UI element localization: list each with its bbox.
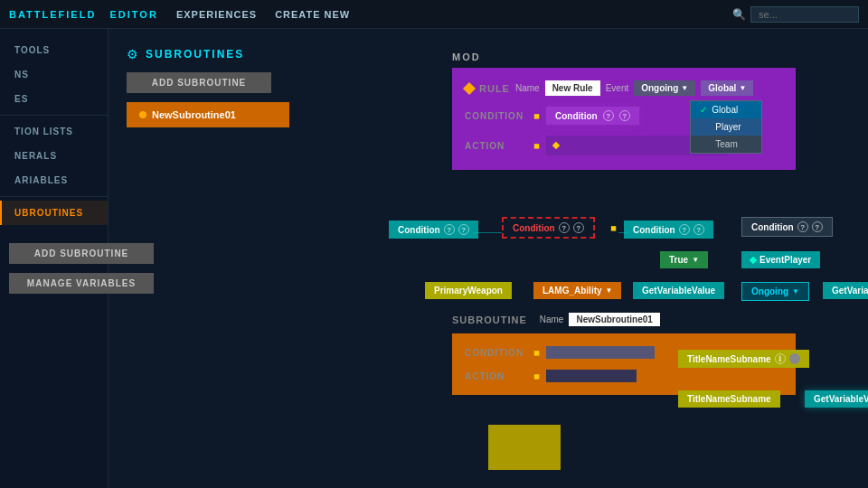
title-sub1-dot [789, 353, 800, 364]
panel-title: SUBROUTINES [146, 48, 244, 61]
condition-node-4[interactable]: Condition ? ? [741, 217, 833, 237]
global-dropdown-container: Global ▼ ✓ Global Player [701, 80, 753, 96]
subroutines-panel: ⚙ SUBROUTINES ADD SUBROUTINE NewSubrouti… [127, 47, 326, 127]
get-var-node-3[interactable]: GetVariableValue [805, 390, 868, 408]
true-arrow-icon: ▼ [692, 256, 699, 264]
sidebar-item-es[interactable]: ES [0, 87, 108, 111]
workspace: MOD RULE Name New Rule Event Ongoing ▼ [335, 38, 868, 488]
sidebar: TOOLS NS ES TION LISTS NERALS ARIABLES U… [0, 29, 108, 488]
subroutine-dot [139, 111, 146, 118]
global-option-team[interactable]: Team [691, 136, 761, 153]
ongoing-node-1[interactable]: Ongoing ▼ [741, 282, 809, 301]
search-icon: 🔍 [732, 8, 746, 21]
info-icon-2: ? [619, 110, 630, 121]
action-label: ACTION [465, 141, 528, 151]
info-c4-2: ? [812, 221, 823, 232]
ongoing1-arrow-icon: ▼ [792, 287, 799, 296]
title-sub-node-1[interactable]: TitleNameSubname ℹ [678, 350, 809, 368]
global-option-global[interactable]: ✓ Global [691, 101, 761, 118]
app-logo: BATTLEFIELD EDITOR [9, 9, 158, 20]
connector-line-1 [475, 232, 502, 233]
sub-header: SUBROUTINE Name NewSubroutine01 [452, 309, 796, 330]
sidebar-item-ariables[interactable]: ARIABLES [0, 168, 108, 192]
global-option-player[interactable]: Player [691, 118, 761, 136]
mod-label: MOD [452, 52, 796, 62]
add-subroutine-panel-btn[interactable]: ADD SUBROUTINE [127, 72, 271, 93]
mod-block: MOD RULE Name New Rule Event Ongoing ▼ [452, 52, 796, 170]
condition-node-3[interactable]: Condition ? ? [624, 221, 713, 239]
sidebar-item-tion-lists[interactable]: TION LISTS [0, 119, 108, 144]
search-area: 🔍 [732, 6, 859, 23]
title-sub1-info: ℹ [775, 353, 786, 364]
sub-condition-bar [546, 346, 655, 359]
check-icon: ✓ [700, 105, 707, 115]
nav-create-new[interactable]: CREATE NEW [275, 9, 350, 20]
sidebar-item-nerals[interactable]: NERALS [0, 144, 108, 168]
info-c1-2: ? [458, 224, 469, 235]
info-c4-1: ? [797, 221, 808, 232]
nav-experiences[interactable]: EXPERIENCES [176, 9, 257, 20]
add-subroutine-sidebar-btn[interactable]: ADD SUBROUTINE [9, 243, 154, 264]
global-arrow-icon: ▼ [739, 84, 746, 92]
info-c2-1: ? [559, 222, 570, 233]
primary-weapon-node[interactable]: PrimaryWeapon [425, 282, 512, 299]
info-c2-2: ? [573, 222, 584, 233]
info-c3-2: ? [693, 224, 704, 235]
info-icon-1: ? [603, 110, 614, 121]
subroutine-item[interactable]: NewSubroutine01 [127, 102, 289, 127]
sub-label-text: SUBROUTINE [452, 314, 527, 325]
sidebar-item-ns[interactable]: NS [0, 62, 108, 87]
sidebar-item-tools[interactable]: TOOLS [0, 38, 108, 62]
info-c1-1: ? [444, 224, 455, 235]
dropdown-arrow-icon: ▼ [681, 84, 688, 92]
event-player-dot [750, 256, 757, 263]
action-dot [552, 142, 560, 149]
sidebar-item-ubroutines[interactable]: UBROUTINES [0, 201, 108, 225]
panel-header: ⚙ SUBROUTINES [127, 47, 326, 61]
lamg-arrow-icon: ▼ [606, 286, 613, 295]
condition-pill[interactable]: Condition ? ? [546, 107, 639, 125]
rule-name-input[interactable]: New Rule [545, 80, 600, 96]
action-connector-icon: ◆ [531, 139, 542, 151]
event-player-node[interactable]: EventPlayer [741, 251, 820, 268]
search-input[interactable] [750, 6, 859, 23]
condition-label: CONDITION [465, 111, 528, 121]
subroutine-name: NewSubroutine01 [152, 109, 236, 120]
yellow-bottom-block [488, 425, 561, 470]
condition-node-2[interactable]: Condition ? ? [502, 217, 595, 239]
manage-variables-btn[interactable]: MANAGE VARIABLES [9, 273, 154, 294]
sub-action-label: ACTION [465, 371, 528, 381]
canvas-area: ⚙ SUBROUTINES ADD SUBROUTINE NewSubrouti… [108, 29, 868, 488]
sub-name-label: Name [540, 314, 564, 324]
condition-node-1[interactable]: Condition ? ? [389, 221, 478, 239]
name-label: Name [515, 83, 540, 93]
sub-action-bar [546, 370, 637, 382]
global-dropdown-btn[interactable]: Global ▼ [701, 80, 753, 96]
get-var-node-1[interactable]: GetVariableValue [633, 282, 724, 299]
true-btn-node[interactable]: True ▼ [660, 251, 708, 268]
global-dropdown-menu: ✓ Global Player Team [690, 100, 762, 154]
lamg-node[interactable]: LAMG_Ability ▼ [533, 282, 621, 299]
event-dropdown[interactable]: Ongoing ▼ [634, 80, 695, 96]
rule-diamond [463, 81, 476, 94]
rule-row: RULE Name New Rule Event Ongoing ▼ Globa… [465, 77, 783, 99]
subroutines-icon: ⚙ [127, 47, 138, 61]
sub-condition-label: CONDITION [465, 348, 528, 358]
rule-label-text: RULE [479, 83, 510, 94]
sub-condition-connector: ◆ [531, 346, 542, 358]
event-label: Event [606, 83, 629, 93]
connector-line-2 [618, 232, 627, 233]
top-nav: BATTLEFIELD EDITOR EXPERIENCES CREATE NE… [0, 0, 868, 29]
get-var-node-2[interactable]: GetVariableValue [823, 282, 868, 299]
info-c3-1: ? [679, 224, 690, 235]
title-sub-node-2[interactable]: TitleNameSubname [678, 390, 780, 408]
condition-connector-icon: ◆ [531, 109, 542, 121]
sub-name-input[interactable]: NewSubroutine01 [569, 313, 659, 326]
sub-action-connector: ◆ [531, 370, 542, 381]
